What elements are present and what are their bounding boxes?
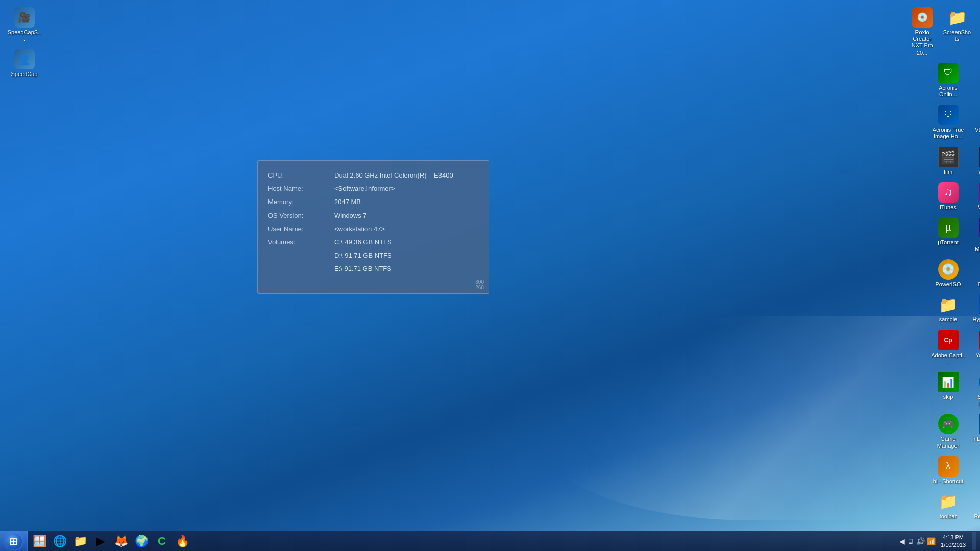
- inlight-radio-label: inLight Radio: [972, 436, 980, 442]
- software-informer-label: Software Informer: [972, 394, 980, 407]
- desktop-icon-inlight-radio[interactable]: 📻 inLight Radio: [970, 412, 980, 451]
- speedcap2-icon: 👤: [14, 49, 35, 69]
- skip-icon: 📊: [938, 372, 959, 392]
- vlc-label: VLC media player: [972, 127, 980, 140]
- desktop-icon-toolbar[interactable]: 📁 toolbar: [929, 489, 967, 522]
- taskbar-icon-globe[interactable]: 🌍: [132, 532, 151, 550]
- desktop-icon-speedcap1[interactable]: 🎥 SpeedCapS...: [5, 5, 43, 44]
- desktop-icon-acronis-true[interactable]: 🛡 Acronis True Image Ho...: [929, 103, 967, 142]
- poweriso-label: PowerISO: [935, 281, 961, 288]
- desktop-icon-winrar[interactable]: 📦 WinRAR: [970, 180, 980, 213]
- desktop-icon-softf[interactable]: 📁 softf: [970, 454, 980, 487]
- sysinfo-label-cpu: CPU:: [268, 171, 334, 180]
- sysinfo-row-memory: Memory: 2047 MB: [268, 197, 479, 207]
- desktop-icon-screenshots[interactable]: 📁 ScreenShots: [941, 5, 973, 58]
- desktop-icon-hypersnap[interactable]: 📷 HyperSnap 7: [970, 292, 980, 325]
- desktop-icon-adobe-captivate[interactable]: Cp Adobe Captivate 3: [976, 5, 980, 58]
- desktop-icon-bginfo[interactable]: 📁 BGINFO: [970, 257, 980, 290]
- desktop-icon-utorrent[interactable]: µ µTorrent: [929, 215, 967, 255]
- speedcap1-label: SpeedCapS...: [7, 29, 41, 42]
- sysinfo-value-cpu: Dual 2.60 GHz Intel Celeron(R) E3400: [334, 171, 453, 180]
- winrar-label: WinRAR: [978, 204, 980, 211]
- utorrent-label: µTorrent: [938, 239, 959, 246]
- sysinfo-value-os: Windows 7: [334, 211, 367, 220]
- windows-icon: 🪟: [33, 535, 46, 548]
- tray-icons: ◀ 🖥 🔊 📶: [899, 537, 936, 545]
- globe-icon: 🌍: [135, 535, 149, 548]
- desktop-icon-firefox[interactable]: 🦊 Mozilla Firefox: [970, 61, 980, 100]
- firefox-tb-icon: 🦊: [114, 535, 128, 548]
- firefox-label: Mozilla Firefox: [972, 85, 980, 98]
- desktop-icon-poweriso[interactable]: 💿 PowerISO: [929, 257, 967, 290]
- acronis-true-label: Acronis True Image Ho...: [931, 127, 965, 140]
- desktop-icon-vlc[interactable]: 🔶 VLC media player: [970, 103, 980, 142]
- sysinfo-value-memory: 2047 MB: [334, 197, 361, 207]
- uninstaller-label: Your Unin-staller!: [972, 352, 980, 365]
- itunes-label: iTunes: [940, 204, 957, 211]
- tray-monitor-icon[interactable]: 🖥: [907, 537, 914, 545]
- acronis-online-icon: 🛡: [938, 63, 959, 83]
- cpanel-icon: C: [158, 535, 166, 548]
- desktop-icon-winamp[interactable]: ♪ Winamp: [970, 145, 980, 178]
- clock-time: 4:13 PM: [943, 534, 964, 541]
- game-manager-icon: 🎮: [938, 414, 959, 434]
- start-button[interactable]: ⊞: [0, 531, 28, 552]
- desktop-icon-acronis-online[interactable]: 🛡 Acronis Onlin...: [929, 61, 967, 100]
- desktop-icon-itunes[interactable]: ♫ iTunes: [929, 180, 967, 213]
- desktop-icon-adobe-capt2[interactable]: Cp Adobe.Capti...: [929, 328, 967, 367]
- tray-arrow[interactable]: ◀: [899, 537, 905, 545]
- sample-label: sample: [939, 316, 957, 323]
- acronis-true-icon: 🛡: [938, 105, 959, 125]
- roxio-label: Roxio Creator NXT Pro 20...: [908, 29, 936, 56]
- hl-shortcut-label: hl - Shortcut: [933, 478, 963, 485]
- sysinfo-label-volume-e: [268, 264, 334, 273]
- sysinfo-row-hostname: Host Name: <Software.Informer>: [268, 184, 479, 193]
- show-desktop-button[interactable]: [972, 532, 976, 550]
- sysinfo-row-volumes: Volumes: C:\ 49.36 GB NTFS: [268, 238, 479, 247]
- sysinfo-label-os: OS Version:: [268, 211, 334, 220]
- film-icon: 🎬: [938, 147, 959, 167]
- desktop-icon-recycle-bin[interactable]: 🗑 Recycle Bin: [970, 489, 980, 522]
- hl-shortcut-icon: λ: [938, 456, 959, 477]
- desktop-icon-hl-shortcut[interactable]: λ hl - Shortcut: [929, 454, 967, 487]
- desktop-icon-yahoo[interactable]: Y! Yahoo! Messenger: [970, 215, 980, 255]
- acronis-online-label: Acronis Onlin...: [931, 85, 965, 98]
- desktop-icons-right: 💿 Roxio Creator NXT Pro 20... 📁 ScreenSh…: [934, 0, 980, 527]
- taskbar-apps: 🪟 🌐 📁 ▶ 🦊 🌍 C 🔥: [28, 532, 895, 550]
- desktop-icon-skip[interactable]: 📊 skip: [929, 370, 967, 409]
- sysinfo-value-volume-e: E:\ 91.71 GB NTFS: [334, 264, 391, 273]
- sysinfo-value-hostname: <Software.Informer>: [334, 184, 395, 193]
- speedcap2-label: SpeedCap: [11, 71, 38, 78]
- taskbar-icon-flame[interactable]: 🔥: [173, 532, 192, 550]
- screenshots-label: ScreenShots: [943, 29, 971, 42]
- sysinfo-row-os: OS Version: Windows 7: [268, 211, 479, 220]
- desktop-icon-sample[interactable]: 📁 sample: [929, 292, 967, 325]
- adobe-captivate-label: Adobe Captivate 3: [978, 29, 980, 49]
- clock[interactable]: 4:13 PM 1/10/2013: [938, 534, 969, 548]
- desktop-icon-game-manager[interactable]: 🎮 Game Manager: [929, 412, 967, 451]
- taskbar-icon-firefox-tb[interactable]: 🦊: [111, 532, 131, 550]
- screenshots-icon: 📁: [948, 9, 967, 27]
- sysinfo-row-cpu: CPU: Dual 2.60 GHz Intel Celeron(R) E340…: [268, 171, 479, 180]
- taskbar-icon-explorer[interactable]: 📁: [70, 532, 90, 550]
- taskbar-icon-media-player[interactable]: ▶: [91, 532, 110, 550]
- taskbar-icon-windows[interactable]: 🪟: [30, 532, 49, 550]
- sysinfo-label-memory: Memory:: [268, 197, 334, 207]
- toolbar-icon: 📁: [939, 492, 958, 510]
- adobe-capt2-icon: Cp: [938, 330, 959, 350]
- desktop-icon-roxio[interactable]: 💿 Roxio Creator NXT Pro 20...: [906, 5, 938, 58]
- desktop-icon-uninstaller[interactable]: 🗑 Your Unin-staller!: [970, 328, 980, 367]
- sysinfo-label-volumes: Volumes:: [268, 238, 334, 247]
- desktop-icon-speedcap2[interactable]: 👤 SpeedCap: [5, 47, 43, 80]
- taskbar-icon-cpanel[interactable]: C: [152, 532, 172, 550]
- tray-speaker-icon[interactable]: 🔊: [916, 537, 925, 545]
- system-tray: ◀ 🖥 🔊 📶 4:13 PM 1/10/2013: [895, 532, 980, 550]
- taskbar-icon-ie[interactable]: 🌐: [50, 532, 69, 550]
- tray-network-icon[interactable]: 📶: [927, 537, 936, 545]
- utorrent-icon: µ: [938, 217, 959, 238]
- desktop-icon-film[interactable]: 🎬 film: [929, 145, 967, 178]
- game-manager-label: Game Manager: [931, 436, 965, 449]
- sysinfo-row-username: User Name: <workstation 47>: [268, 224, 479, 234]
- desktop-icon-software-informer[interactable]: ℹ Software Informer: [970, 370, 980, 409]
- sysinfo-label-hostname: Host Name:: [268, 184, 334, 193]
